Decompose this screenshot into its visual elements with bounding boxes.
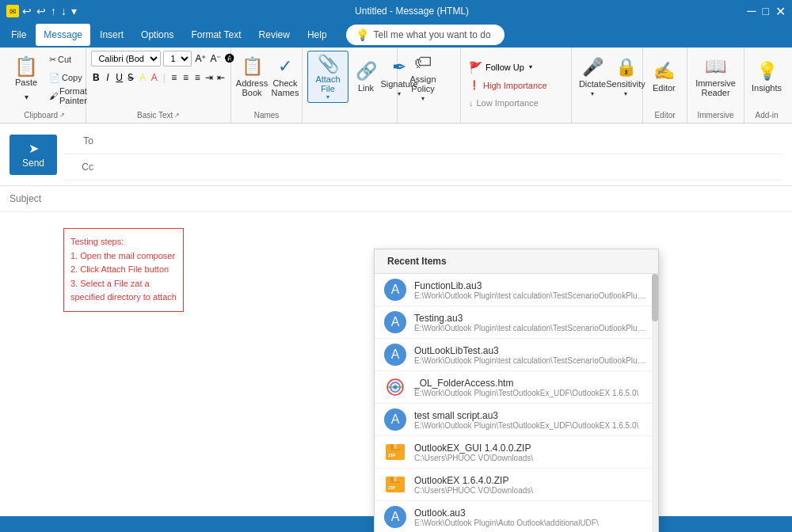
cut-button[interactable]: ✂ Cut [46, 51, 90, 68]
font-family-select[interactable]: Calibri (Bod [91, 51, 161, 66]
menu-message[interactable]: Message [36, 24, 90, 46]
file-icon-1: A [384, 279, 406, 301]
undo-btn[interactable]: ↩ [22, 5, 32, 17]
tell-me-box[interactable]: 💡 Tell me what you want to do [346, 25, 505, 45]
recent-item-testing[interactable]: A Testing.au3 E:\Work\Outlook Plugin\tes… [375, 306, 658, 339]
insights-button[interactable]: 💡 Insights [749, 51, 784, 103]
dictate-button[interactable]: 🎤 Dictate ▾ [577, 51, 608, 103]
recent-item-ex-zip[interactable]: ZIP OutlookEX 1.6.4.0.ZIP C:\Users\PHUOC… [375, 469, 658, 501]
font-color-button[interactable]: A [150, 70, 159, 86]
quick-access-toolbar: ↩ ↩ ↑ ↓ ▾ [22, 5, 77, 17]
link-label: Link [358, 83, 374, 93]
clipboard-expand-icon[interactable]: ↗ [59, 112, 65, 119]
high-importance-button[interactable]: ❗ High Importance [466, 78, 550, 93]
sensitivity-button[interactable]: 🔒 Sensitivity ▾ [610, 51, 642, 103]
recent-item-gui-zip[interactable]: ZIP OutlookEX_GUI 1.4.0.0.ZIP C:\Users\P… [375, 436, 658, 469]
cc-input[interactable] [100, 158, 773, 177]
close-btn[interactable]: ✕ [775, 4, 786, 19]
highlight-button[interactable]: A [138, 70, 147, 86]
follow-up-icon: 🚩 [469, 61, 482, 74]
names-text: Names [254, 111, 280, 120]
paste-dropdown[interactable]: ▾ [21, 92, 32, 102]
indent-btn[interactable]: ⇥ [204, 70, 214, 86]
recent-item-functionlib[interactable]: A FunctionLib.au3 E:\Work\Outlook Plugin… [375, 274, 658, 306]
file-info-5: test small script.au3 E:\Work\Outlook Pl… [414, 410, 649, 430]
low-importance-button[interactable]: ↓ Low Importance [466, 95, 542, 111]
address-book-button[interactable]: 📋 AddressBook [236, 51, 268, 103]
low-importance-icon: ↓ [469, 98, 474, 108]
follow-up-arrow: ▾ [529, 63, 532, 70]
menu-review[interactable]: Review [251, 24, 298, 46]
clipboard-text: Clipboard [24, 111, 58, 120]
basic-text-expand-icon[interactable]: ↗ [174, 112, 180, 119]
recent-item-outlook-au3[interactable]: A Outlook.au3 E:\Work\Outlook Plugin\Aut… [375, 501, 658, 532]
format-painter-button[interactable]: 🖌 Format Painter [46, 87, 90, 104]
ribbon-group-tags: 🏷 AssignPolicy ▾ [398, 48, 461, 123]
dropdown-header-text: Recent Items [387, 256, 447, 267]
svg-text:ZIP: ZIP [388, 485, 395, 490]
paste-icon: 📋 [14, 55, 38, 78]
insights-label: Insights [752, 83, 782, 93]
file-name-2: Testing.au3 [414, 313, 649, 324]
ribbon-group-clipboard: 📋 Paste ▾ ✂ Cut 📄 Copy 🖌 Format [3, 48, 86, 123]
scrollbar-thumb[interactable] [652, 274, 658, 321]
immersive-reader-button[interactable]: 📖 ImmersiveReader [692, 51, 739, 103]
font-size-select[interactable]: 11 [163, 51, 192, 66]
check-names-button[interactable]: ✓ CheckNames [269, 51, 301, 103]
attach-file-button[interactable]: 📎 Attach File ▾ [307, 51, 348, 103]
file-info-7: OutlookEX 1.6.4.0.ZIP C:\Users\PHUOC VO\… [414, 475, 649, 495]
down-btn[interactable]: ↓ [61, 5, 67, 17]
link-button[interactable]: 🔗 Link [350, 51, 382, 103]
subject-input[interactable] [10, 189, 782, 208]
menu-insert[interactable]: Insert [92, 24, 131, 46]
window-title: Untitled - Message (HTML) [355, 6, 469, 17]
high-importance-icon: ❗ [469, 80, 480, 90]
recent-item-folderaccess[interactable]: _OL_FolderAccess.htm E:\Work\Outlook Plu… [375, 371, 658, 404]
maximize-btn[interactable]: □ [763, 5, 769, 17]
assign-policy-button[interactable]: 🏷 AssignPolicy ▾ [402, 51, 444, 103]
immersive-reader-icon: 📖 [705, 56, 726, 77]
send-button[interactable]: ➤ Send [10, 135, 57, 175]
follow-up-button[interactable]: 🚩 Follow Up ▾ [466, 59, 535, 76]
copy-button[interactable]: 📄 Copy [46, 69, 90, 86]
menu-help[interactable]: Help [299, 24, 335, 46]
editor-button[interactable]: ✍ Editor [648, 51, 680, 103]
editor-text: Editor [654, 111, 675, 120]
minimize-btn[interactable]: ─ [747, 4, 756, 18]
align-left-button[interactable]: ≡ [169, 70, 179, 86]
to-input[interactable] [100, 131, 773, 150]
menu-file[interactable]: File [3, 24, 34, 46]
font-grow-button[interactable]: A⁺ [194, 51, 207, 66]
up-btn[interactable]: ↑ [51, 5, 56, 17]
recent-item-outlooklibtest[interactable]: A OutLookLibTest.au3 E:\Work\Outlook Plu… [375, 339, 658, 371]
customize-btn[interactable]: ▾ [71, 5, 77, 17]
copy-label: Copy [62, 73, 82, 82]
redo-btn[interactable]: ↩ [36, 5, 46, 17]
svg-rect-12 [394, 477, 397, 481]
file-path-5: E:\Work\Outlook Plugin\TestOutlookEx_UDF… [414, 421, 649, 430]
align-right-button[interactable]: ≡ [192, 70, 202, 86]
basic-text-label: Basic Text ↗ [91, 109, 226, 120]
align-center-button[interactable]: ≡ [181, 70, 191, 86]
ribbon: 📋 Paste ▾ ✂ Cut 📄 Copy 🖌 Format [0, 48, 792, 124]
bold-button[interactable]: B [91, 70, 101, 86]
font-shrink-button[interactable]: A⁻ [209, 51, 222, 66]
italic-button[interactable]: I [103, 70, 112, 86]
strikethrough-button[interactable]: S̶ [127, 70, 136, 86]
sensitivity-label: Sensitivity [606, 79, 645, 89]
menu-options[interactable]: Options [133, 24, 181, 46]
attach-dropdown-arrow[interactable]: ▾ [326, 93, 329, 101]
cc-field-row: Cc [65, 154, 782, 180]
underline-button[interactable]: U [115, 70, 124, 86]
menu-format-text[interactable]: Format Text [183, 24, 249, 46]
file-path-6: C:\Users\PHUOC VO\Downloads\ [414, 454, 649, 462]
file-path-1: E:\Work\Outlook Plugin\test calculation\… [414, 291, 649, 300]
names-btns: 📋 AddressBook ✓ CheckNames [236, 51, 297, 109]
attach-file-label2: File [321, 84, 335, 93]
paste-button[interactable]: 📋 Paste [8, 51, 44, 92]
recent-item-smallscript[interactable]: A test small script.au3 E:\Work\Outlook … [375, 404, 658, 436]
immersive-reader-label: ImmersiveReader [695, 78, 736, 97]
dictate-icon: 🎤 [582, 57, 604, 78]
outdent-btn[interactable]: ⇤ [216, 70, 226, 86]
insights-label: Add-in [749, 109, 784, 120]
